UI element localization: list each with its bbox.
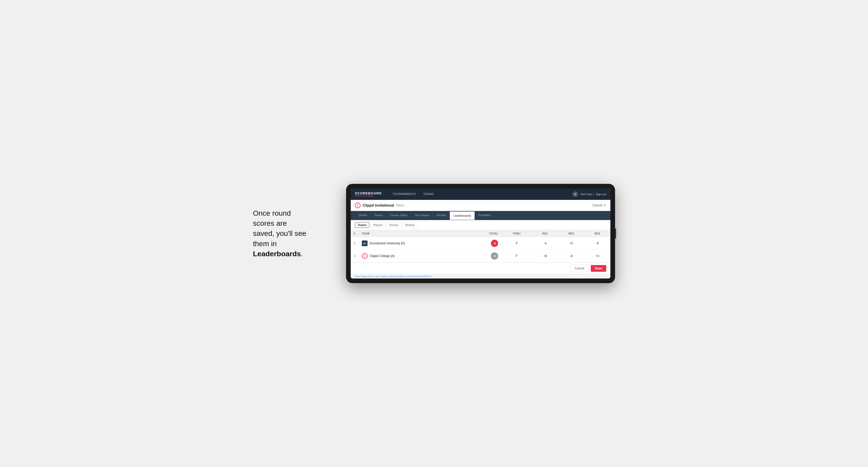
sub-tab-strokes[interactable]: Strokes xyxy=(402,222,417,228)
rd3-2: +3 xyxy=(584,250,610,262)
tablet-device: SCOREBOARD Powered by clippd TOURNAMENTS… xyxy=(346,184,615,283)
navbar: SCOREBOARD Powered by clippd TOURNAMENTS… xyxy=(351,188,610,200)
col-total: TOTAL xyxy=(468,230,501,237)
col-rd2: RD2 xyxy=(558,230,584,237)
table-row: 1 SU Scoreboard University [A] -5 F xyxy=(351,237,610,250)
tab-bar: Details Teams Course Setup Tee Groups Re… xyxy=(351,211,610,220)
rd2-1: +5 xyxy=(558,237,584,250)
leaderboard-table: # TEAM TOTAL THRU RD1 RD2 RD3 1 xyxy=(351,230,610,262)
left-description: Once round scores are saved, you'll see … xyxy=(253,208,331,259)
tab-tee-groups[interactable]: Tee Groups xyxy=(411,211,433,220)
footer: Cancel Save xyxy=(351,262,610,274)
nav-tournaments[interactable]: TOURNAMENTS xyxy=(389,188,420,200)
team-name-1: Scoreboard University [A] xyxy=(370,242,405,245)
col-team: TEAM xyxy=(359,230,468,237)
team-name-2: Clippd College [A] xyxy=(370,254,395,258)
rank-2: 2 xyxy=(351,250,359,262)
rd2-2: -8 xyxy=(558,250,584,262)
tournament-header: C Clippd Invitational (Men) Cancel ✕ xyxy=(351,200,610,211)
nav-teams[interactable]: TEAMS xyxy=(420,188,437,200)
total-cell-1: -5 xyxy=(468,237,501,250)
close-icon: ✕ xyxy=(603,203,606,207)
table-row: 2 C Clippd College [A] +3 F xyxy=(351,250,610,262)
rd1-1: -4 xyxy=(532,237,558,250)
footer-cancel-button[interactable]: Cancel xyxy=(570,265,589,272)
rd3-1: -6 xyxy=(584,237,610,250)
leaderboard-table-container: # TEAM TOTAL THRU RD1 RD2 RD3 1 xyxy=(351,230,610,262)
sub-tab-teams[interactable]: Teams xyxy=(355,222,369,228)
score-badge-1: -5 xyxy=(491,240,498,247)
team-info-1: SU Scoreboard University [A] xyxy=(362,241,465,246)
score-badge-2: +3 xyxy=(491,252,498,260)
nav-right: S Test User | Sign out xyxy=(572,191,606,197)
sub-tab-scores[interactable]: Scores xyxy=(387,222,401,228)
logo-area: SCOREBOARD Powered by clippd xyxy=(355,192,382,197)
team-logo-1: SU xyxy=(362,241,368,246)
sign-out-link[interactable]: Sign out xyxy=(596,193,606,196)
url-bar: https://stage-blue-coach.stagescoreboard… xyxy=(351,274,610,279)
tab-teams[interactable]: Teams xyxy=(371,211,386,220)
sub-tab-players[interactable]: Players xyxy=(370,222,385,228)
total-cell-2: +3 xyxy=(468,250,501,262)
tab-printables[interactable]: Printables xyxy=(475,211,495,220)
user-name: Test User | xyxy=(580,193,594,196)
footer-save-button[interactable]: Save xyxy=(591,265,606,272)
tablet-screen: SCOREBOARD Powered by clippd TOURNAMENTS… xyxy=(351,188,610,279)
tab-results[interactable]: Results xyxy=(433,211,450,220)
sub-tabs: Teams Players Scores Strokes xyxy=(351,220,610,230)
col-thru: THRU xyxy=(501,230,532,237)
tablet-side-button xyxy=(615,228,616,239)
col-rd3: RD3 xyxy=(584,230,610,237)
rank-1: 1 xyxy=(351,237,359,250)
tab-details[interactable]: Details xyxy=(355,211,371,220)
tournament-gender: (Men) xyxy=(396,204,404,207)
logo-powered: Powered by clippd xyxy=(355,195,382,197)
team-cell-2: C Clippd College [A] xyxy=(359,250,468,262)
col-rd1: RD1 xyxy=(532,230,558,237)
team-cell-1: SU Scoreboard University [A] xyxy=(359,237,468,250)
thru-1: F xyxy=(501,237,532,250)
rd1-2: +8 xyxy=(532,250,558,262)
table-header-row: # TEAM TOTAL THRU RD1 RD2 RD3 xyxy=(351,230,610,237)
tournament-name: Clippd Invitational xyxy=(363,203,394,207)
col-rank: # xyxy=(351,230,359,237)
team-info-2: C Clippd College [A] xyxy=(362,253,465,259)
tournament-logo: C xyxy=(355,203,361,208)
tab-leaderboards[interactable]: Leaderboards xyxy=(450,212,475,220)
tab-course-setup[interactable]: Course Setup xyxy=(386,211,411,220)
page-wrapper: Once round scores are saved, you'll see … xyxy=(253,184,615,283)
thru-2: F xyxy=(501,250,532,262)
tournament-cancel-button[interactable]: Cancel ✕ xyxy=(593,203,606,207)
nav-links: TOURNAMENTS TEAMS xyxy=(389,188,568,200)
tournament-title-area: C Clippd Invitational (Men) xyxy=(355,203,404,208)
user-avatar: S xyxy=(572,191,578,197)
team-logo-2: C xyxy=(362,253,368,259)
